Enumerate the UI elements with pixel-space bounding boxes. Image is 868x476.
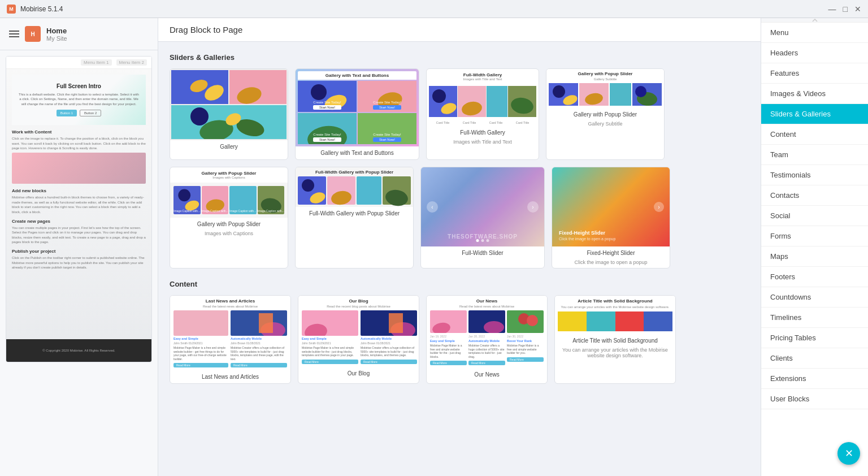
gps2-label: Gallery with Popup Slider xyxy=(170,218,288,231)
svg-point-34 xyxy=(432,321,452,333)
ob-btn1[interactable]: Read More xyxy=(302,360,358,364)
minimize-button[interactable]: — xyxy=(828,5,836,14)
content-grid: Last News and Articles Read the latest n… xyxy=(170,295,749,384)
gallery-cell-3 xyxy=(171,105,287,139)
gallery-cell-1 xyxy=(171,70,228,104)
preview-section-4: Publish your project Click on the Publis… xyxy=(12,249,146,270)
nav-item-images-and-videos[interactable]: Images & Videos xyxy=(761,84,868,104)
nav-item-extensions[interactable]: Extensions xyxy=(761,369,868,389)
site-name: Home xyxy=(46,27,67,35)
nav-item-social[interactable]: Social xyxy=(761,206,868,226)
nav-item-maps[interactable]: Maps xyxy=(761,246,868,267)
nav-item-menu[interactable]: Menu xyxy=(761,23,868,43)
ast-blue xyxy=(644,311,672,331)
fw-3 xyxy=(487,86,507,117)
nav-item-footers[interactable]: Footers xyxy=(761,267,868,287)
preview-mockup: Menu Item 1 Menu Item 2 Full Screen Intr… xyxy=(6,57,151,362)
nav-item-headers[interactable]: Headers xyxy=(761,43,868,63)
block-article-solid[interactable]: Article Title with Solid Background You … xyxy=(554,295,676,384)
fhs-thumb: Fixed-Height Slider Click the image to o… xyxy=(552,167,670,246)
on-body2: Mobirise Creator offers a huge collectio… xyxy=(468,344,505,358)
right-sidebar: MenuHeadersFeaturesImages & VideosSlider… xyxy=(761,18,868,476)
fwg-cap3: Card Title xyxy=(483,121,509,124)
create-btn-2: Start Now! xyxy=(373,105,401,110)
block-our-blog[interactable]: Our Blog Read the recent blog posts abou… xyxy=(298,295,419,384)
svg-point-12 xyxy=(432,89,446,103)
block-full-width-slider[interactable]: ‹ › THESOFTWARE.SHOP Full-Width Slider xyxy=(420,167,545,269)
preview-panel: Menu Item 1 Menu Item 2 Full Screen Intr… xyxy=(0,50,158,476)
block-gallery[interactable]: Gallery xyxy=(170,68,288,160)
nav-item-countdowns[interactable]: Countdowns xyxy=(761,287,868,308)
maximize-button[interactable]: □ xyxy=(843,5,848,14)
slider-arrow-right: › xyxy=(527,201,539,213)
gallery-cell-2 xyxy=(229,70,287,104)
fhs-content: Fixed-Height Slider Click the image to o… xyxy=(559,230,615,241)
ln-btn2[interactable]: Read More xyxy=(231,363,287,367)
preview-image-placeholder xyxy=(12,153,146,184)
pop-c1: Image Caption with... xyxy=(173,186,201,214)
svg-rect-30 xyxy=(259,313,273,333)
nav-item-sliders-and-galleries[interactable]: Sliders & Galleries xyxy=(761,104,868,124)
pop-cap4: Image Caption with... xyxy=(258,209,284,213)
nav-item-contacts[interactable]: Contacts xyxy=(761,185,868,206)
on-grid: Jan 19, 2022 Easy and Simple Mobirise Pa… xyxy=(430,310,544,365)
ln-item1: Easy and Simple John Smith 01/29/2021 Mo… xyxy=(173,310,228,367)
gps-main-label: Gallery with Popup Slider xyxy=(546,108,664,121)
close-button[interactable]: ✕ xyxy=(854,5,861,14)
block-full-width-gallery[interactable]: Full-Width Gallery Images with Title and… xyxy=(426,68,539,160)
ln-body2: Mobirise Creator offers a huge collectio… xyxy=(231,346,287,361)
nav-item-user-blocks[interactable]: User Blocks xyxy=(761,389,868,409)
preview-top-bar: Menu Item 1 Menu Item 2 xyxy=(6,57,151,69)
svg-point-16 xyxy=(553,85,565,98)
block-gallery-text-buttons[interactable]: Gallery with Text and Buttons Create Sit… xyxy=(295,68,419,160)
block-gallery-popup-slider2[interactable]: Gallery with Popup Slider Images with Ca… xyxy=(170,167,288,269)
titlebar-left: M Mobirise 5.1.4 xyxy=(7,5,63,14)
sliders-galleries-grid: Gallery Gallery with Text and Buttons xyxy=(170,68,749,269)
fhs-arrow: › xyxy=(654,202,664,212)
block-fixed-height-slider[interactable]: Fixed-Height Slider Click the image to o… xyxy=(552,167,670,269)
gallery-thumb xyxy=(170,69,288,140)
svg-point-26 xyxy=(309,191,326,205)
block-gallery-popup-slider-main[interactable]: Gallery with Popup Slider Gallery Subtit… xyxy=(546,68,665,160)
nav-item-team[interactable]: Team xyxy=(761,145,868,165)
app-body: H Home My Site Menu Item 1 Menu Item 2 F… xyxy=(0,18,868,476)
svg-point-25 xyxy=(302,179,314,192)
ob-label: Our Blog xyxy=(298,367,419,380)
nav-item-testimonials[interactable]: Testimonials xyxy=(761,165,868,185)
preview-btn2[interactable]: Button 2 xyxy=(80,110,101,116)
fab-button[interactable]: ✕ xyxy=(837,442,860,465)
svg-point-20 xyxy=(635,86,646,97)
nav-item-clients[interactable]: Clients xyxy=(761,348,868,369)
ob-btn2[interactable]: Read More xyxy=(361,360,417,364)
block-our-news[interactable]: Our News Read the latest news about Mobi… xyxy=(426,295,548,384)
right-sidebar-scroll[interactable]: MenuHeadersFeaturesImages & VideosSlider… xyxy=(761,18,868,476)
fhs-sublabel: Click the image to open a popup xyxy=(552,259,670,268)
nav-item-content[interactable]: Content xyxy=(761,124,868,145)
fwg-cap2: Card Title xyxy=(457,121,482,124)
nav-item-timelines[interactable]: Timelines xyxy=(761,308,868,328)
gps-c4 xyxy=(632,83,662,106)
block-last-news[interactable]: Last News and Articles Read the latest n… xyxy=(170,295,291,384)
gtc-3: Create Site Today! Start Now! xyxy=(298,113,357,144)
block-fwps[interactable]: Full-Width Gallery with Popup Slider xyxy=(295,167,414,269)
hamburger-icon[interactable] xyxy=(9,31,19,37)
as-content: Article Title with Solid Background You … xyxy=(555,296,675,334)
nav-item-pricing-tables[interactable]: Pricing Tables xyxy=(761,328,868,348)
on-btn1[interactable]: Read More xyxy=(430,361,467,365)
ln-item2: Automatically Mobile John Brown 01/28/20… xyxy=(231,310,287,367)
ln-btn1[interactable]: Read More xyxy=(173,363,228,367)
preview-nav2: Menu Item 2 xyxy=(116,59,147,66)
preview-section4-text: Click on the Publish on the toolbar righ… xyxy=(12,256,146,270)
svg-point-31 xyxy=(303,322,328,336)
gallery-label: Gallery xyxy=(170,140,288,153)
nav-item-forms[interactable]: Forms xyxy=(761,226,868,246)
blocks-area[interactable]: Sliders & Galleries xyxy=(158,42,761,476)
on-btn3[interactable]: Read More xyxy=(507,357,544,362)
preview-btn1[interactable]: Button 1 xyxy=(57,110,77,116)
fws-label: Full-Width Slider xyxy=(421,246,544,259)
ob-text2: Automatically Mobile xyxy=(361,337,417,340)
on-btn2[interactable]: Read More xyxy=(468,361,505,365)
app-sidebar: H Home My Site Menu Item 1 Menu Item 2 F… xyxy=(0,18,158,476)
on-sub: Read the latest news about Mobirise xyxy=(430,305,544,308)
nav-item-features[interactable]: Features xyxy=(761,63,868,84)
